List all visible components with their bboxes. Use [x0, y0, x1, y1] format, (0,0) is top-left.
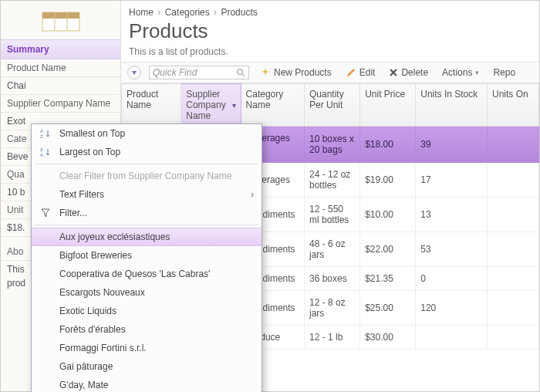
svg-text:A: A	[40, 153, 43, 157]
filter-value[interactable]: G'day, Mate	[32, 376, 262, 392]
search-placeholder: Quick Find	[153, 67, 197, 78]
filter-value[interactable]: Bigfoot Breweries	[32, 246, 262, 265]
page-subtitle: This is a list of products.	[129, 46, 532, 57]
breadcrumb: Home › Categories › Products	[121, 1, 539, 18]
col-price[interactable]: Unit Price	[360, 84, 416, 127]
bc-categories[interactable]: Categories	[165, 7, 210, 18]
app-logo	[1, 1, 120, 39]
sb-value-chai: Chai	[1, 77, 120, 95]
svg-marker-4	[132, 71, 137, 75]
sidebar-summary-header: Summary	[1, 39, 120, 59]
page-title: Products	[129, 19, 532, 43]
sb-label-supplier: Supplier Company Name	[1, 95, 120, 113]
svg-text:A: A	[40, 129, 43, 133]
clear-filter: Clear Filter from Supplier Company Name	[32, 167, 262, 185]
svg-rect-1	[42, 12, 79, 19]
filter-value[interactable]: Gai pâturage	[32, 357, 262, 376]
bc-home[interactable]: Home	[129, 7, 154, 18]
delete-button[interactable]: Delete	[386, 66, 431, 79]
funnel-icon	[38, 208, 53, 218]
new-button[interactable]: New Products	[257, 66, 335, 79]
chevron-down-icon: ▾	[475, 69, 479, 76]
filter-dialog[interactable]: Filter...	[32, 204, 262, 222]
col-supplier[interactable]: Supplier Company Name	[181, 84, 241, 127]
col-product[interactable]: Product Name	[122, 84, 181, 127]
text-filters[interactable]: Text Filters	[32, 185, 262, 204]
col-order[interactable]: Units On	[487, 84, 538, 127]
sort-largest[interactable]: ZA Largest on Top	[32, 143, 262, 161]
svg-marker-7	[262, 68, 269, 76]
sparkle-icon	[260, 67, 271, 78]
svg-text:Z: Z	[40, 134, 43, 139]
filter-value[interactable]: Exotic Liquids	[32, 302, 262, 320]
report-dropdown[interactable]: Repo	[490, 66, 518, 79]
sort-asc-icon: AZ	[38, 128, 53, 139]
column-filter-menu: AZ Smallest on Top ZA Largest on Top Cle…	[31, 123, 262, 392]
filter-value[interactable]: Cooperativa de Quesos 'Las Cabras'	[32, 265, 262, 283]
sort-smallest[interactable]: AZ Smallest on Top	[32, 124, 262, 143]
svg-point-5	[238, 69, 243, 75]
view-cycle-button[interactable]	[127, 66, 141, 79]
pencil-icon	[346, 67, 356, 78]
svg-line-6	[242, 74, 245, 76]
filter-value[interactable]: Escargots Nouveaux	[32, 283, 262, 302]
col-stock[interactable]: Units In Stock	[416, 84, 488, 127]
sort-desc-icon: ZA	[38, 147, 53, 157]
edit-button[interactable]: Edit	[343, 66, 379, 79]
sb-label-product: Product Name	[1, 59, 120, 77]
svg-text:Z: Z	[40, 147, 43, 152]
actions-dropdown[interactable]: Actions ▾	[439, 66, 482, 79]
search-input[interactable]: Quick Find	[149, 66, 249, 79]
filter-value[interactable]: Formaggi Fortini s.r.l.	[32, 339, 262, 357]
col-qty[interactable]: Quantity Per Unit	[305, 84, 360, 127]
filter-value[interactable]: Aux joyeux ecclésiastiques	[32, 228, 262, 246]
col-category[interactable]: Category Name	[241, 84, 304, 127]
bc-products[interactable]: Products	[221, 7, 257, 18]
filter-value[interactable]: Forêts d'érables	[32, 320, 262, 339]
toolbar: Quick Find New Products Edit Delete Acti…	[121, 62, 539, 83]
search-icon	[236, 68, 245, 77]
x-icon	[389, 68, 398, 77]
